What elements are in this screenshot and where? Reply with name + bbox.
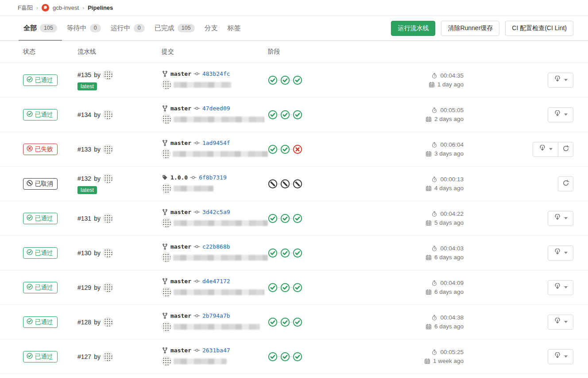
stage-passed-icon[interactable] — [293, 110, 302, 120]
clear-runner-cache-button[interactable]: 清除Runner缓存 — [441, 21, 499, 36]
committer-avatar[interactable] — [162, 356, 171, 366]
ref-link[interactable]: master — [170, 243, 191, 250]
tab-pending[interactable]: 等待中0 — [62, 16, 106, 40]
retry-pipeline-button[interactable] — [558, 176, 573, 191]
commit-sha-link[interactable]: 47deed09 — [202, 105, 230, 112]
stage-passed-icon[interactable] — [293, 352, 302, 362]
tab-all[interactable]: 全部105 — [19, 16, 62, 40]
ref-link[interactable]: master — [170, 278, 191, 284]
ref-link[interactable]: master — [170, 105, 191, 112]
status-badge[interactable]: 已通过 — [23, 316, 58, 328]
ref-link[interactable]: master — [170, 140, 191, 146]
pipeline-id-link[interactable]: #130 — [77, 249, 91, 257]
stage-passed-icon[interactable] — [293, 248, 302, 258]
commit-sha-link[interactable]: 2631ba47 — [202, 347, 230, 354]
user-avatar[interactable] — [103, 248, 113, 258]
commit-sha-link[interactable]: 1ad9454f — [202, 140, 230, 146]
stage-failed-icon[interactable] — [293, 144, 302, 154]
stage-passed-icon[interactable] — [280, 283, 290, 292]
download-artifacts-button[interactable] — [548, 246, 573, 261]
committer-avatar[interactable] — [162, 149, 170, 159]
stage-passed-icon[interactable] — [280, 110, 290, 120]
ref-link[interactable]: master — [170, 209, 191, 215]
status-badge[interactable]: 已取消 — [23, 178, 58, 190]
status-badge[interactable]: 已通过 — [23, 213, 58, 224]
pipeline-id-link[interactable]: #129 — [77, 284, 91, 291]
committer-avatar[interactable] — [162, 114, 171, 124]
user-avatar[interactable] — [103, 70, 113, 80]
tab-finished[interactable]: 已完成105 — [150, 16, 200, 40]
stage-passed-icon[interactable] — [280, 75, 290, 85]
stage-canceled-icon[interactable] — [293, 179, 302, 189]
status-badge[interactable]: 已失败 — [23, 144, 58, 155]
commit-sha-link[interactable]: 3d42c5a9 — [202, 209, 230, 215]
stage-canceled-icon[interactable] — [280, 179, 290, 189]
pipeline-id-link[interactable]: #135 — [77, 71, 91, 78]
breadcrumb-project-link[interactable]: gcb-invest — [53, 4, 79, 11]
status-badge[interactable]: 已通过 — [23, 351, 58, 362]
stage-passed-icon[interactable] — [268, 283, 278, 292]
download-artifacts-button[interactable] — [548, 73, 573, 88]
stage-passed-icon[interactable] — [280, 248, 290, 258]
commit-sha-link[interactable]: 2b794a7b — [202, 312, 230, 319]
stage-passed-icon[interactable] — [268, 110, 278, 120]
pipeline-id-link[interactable]: #131 — [77, 215, 91, 222]
breadcrumb-group-link[interactable]: F嘉阳 — [18, 4, 33, 12]
ref-link[interactable]: 1.0.0 — [170, 174, 188, 181]
user-avatar[interactable] — [103, 352, 113, 362]
ci-lint-button[interactable]: CI 配置检查(CI Lint) — [505, 21, 573, 36]
commit-sha-link[interactable]: c22b868b — [202, 243, 230, 250]
stage-passed-icon[interactable] — [268, 144, 278, 154]
stage-canceled-icon[interactable] — [268, 179, 278, 189]
stage-passed-icon[interactable] — [280, 214, 290, 223]
stage-passed-icon[interactable] — [268, 75, 278, 85]
user-avatar[interactable] — [103, 174, 113, 183]
stage-passed-icon[interactable] — [268, 248, 278, 258]
committer-avatar[interactable] — [162, 287, 171, 297]
project-avatar[interactable] — [42, 4, 49, 12]
download-artifacts-button[interactable] — [533, 142, 558, 157]
stage-passed-icon[interactable] — [280, 317, 290, 327]
user-avatar[interactable] — [103, 144, 113, 154]
commit-sha-link[interactable]: 483b24fc — [202, 70, 230, 77]
stage-passed-icon[interactable] — [268, 352, 278, 362]
status-badge[interactable]: 已通过 — [23, 74, 58, 86]
pipeline-id-link[interactable]: #127 — [77, 353, 91, 360]
run-pipeline-button[interactable]: 运行流水线 — [391, 21, 435, 36]
tab-branches[interactable]: 分支 — [200, 16, 223, 40]
download-artifacts-button[interactable] — [548, 107, 573, 122]
status-badge[interactable]: 已通过 — [23, 109, 58, 121]
committer-avatar[interactable] — [162, 80, 171, 90]
download-artifacts-button[interactable] — [548, 280, 573, 295]
pipeline-id-link[interactable]: #132 — [77, 175, 91, 182]
committer-avatar[interactable] — [162, 183, 171, 193]
pipeline-id-link[interactable]: #133 — [77, 146, 91, 153]
stage-passed-icon[interactable] — [293, 75, 302, 85]
download-artifacts-button[interactable] — [548, 211, 573, 226]
stage-passed-icon[interactable] — [268, 317, 278, 327]
stage-passed-icon[interactable] — [293, 317, 302, 327]
status-badge[interactable]: 已通过 — [23, 247, 58, 259]
ref-link[interactable]: master — [170, 347, 191, 354]
download-artifacts-button[interactable] — [548, 349, 573, 364]
stage-passed-icon[interactable] — [293, 214, 302, 223]
user-avatar[interactable] — [103, 110, 113, 120]
status-badge[interactable]: 已通过 — [23, 282, 58, 293]
user-avatar[interactable] — [103, 317, 113, 327]
user-avatar[interactable] — [103, 214, 113, 223]
commit-sha-link[interactable]: d4e47172 — [202, 278, 230, 284]
retry-pipeline-button[interactable] — [558, 142, 573, 157]
tab-tags[interactable]: 标签 — [223, 16, 246, 40]
download-artifacts-button[interactable] — [548, 315, 573, 330]
stage-passed-icon[interactable] — [280, 352, 290, 362]
committer-avatar[interactable] — [162, 218, 171, 228]
stage-passed-icon[interactable] — [268, 214, 278, 223]
tab-running[interactable]: 运行中0 — [106, 16, 150, 40]
stage-passed-icon[interactable] — [280, 144, 290, 154]
stage-passed-icon[interactable] — [293, 283, 302, 292]
commit-sha-link[interactable]: 6f8b7319 — [199, 174, 227, 181]
ref-link[interactable]: master — [170, 312, 191, 319]
ref-link[interactable]: master — [170, 70, 191, 77]
pipeline-id-link[interactable]: #128 — [77, 319, 91, 326]
pipeline-id-link[interactable]: #134 — [77, 111, 91, 118]
